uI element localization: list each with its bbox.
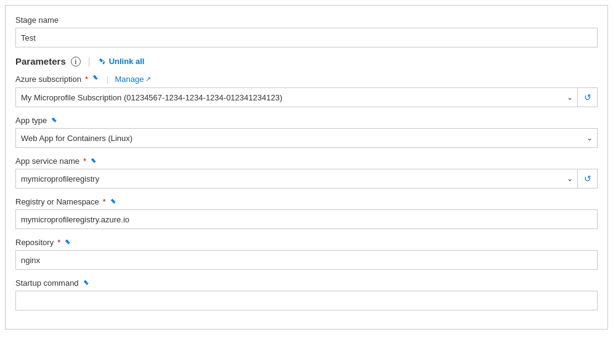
repository-label: Repository *	[15, 238, 598, 247]
registry-link-icon[interactable]	[110, 198, 118, 206]
chain-link-icon	[92, 74, 100, 83]
repository-input[interactable]	[15, 250, 598, 270]
startup-chain-icon	[83, 279, 91, 288]
startup-command-label: Startup command	[15, 278, 598, 288]
startup-command-link-icon[interactable]	[83, 279, 91, 288]
app-service-refresh-button[interactable]: ↺	[578, 169, 598, 188]
unlink-all-button[interactable]: Unlink all	[98, 57, 145, 66]
app-type-link-icon[interactable]	[51, 116, 59, 125]
repository-chain-icon	[64, 238, 73, 247]
stage-name-input[interactable]	[15, 28, 598, 47]
parameters-title: Parameters	[15, 56, 66, 67]
app-service-link-icon[interactable]	[90, 157, 99, 166]
repository-required: *	[57, 238, 60, 247]
external-link-icon: ↗	[145, 75, 151, 83]
unlink-all-label: Unlink all	[109, 57, 145, 66]
unlink-icon	[98, 57, 107, 66]
manage-label: Manage	[115, 75, 144, 84]
subscription-separator: |	[107, 75, 108, 84]
azure-subscription-required: *	[85, 75, 88, 84]
app-service-chain-icon	[90, 157, 99, 166]
repository-link-icon[interactable]	[64, 238, 73, 247]
app-service-name-select[interactable]: mymicroprofileregistry	[15, 169, 578, 188]
parameters-info-icon[interactable]: i	[71, 57, 81, 67]
azure-subscription-select[interactable]: My Microprofile Subscription (01234567-1…	[15, 87, 578, 107]
registry-namespace-label: Registry or Namespace *	[15, 197, 598, 206]
stage-name-label: Stage name	[15, 15, 598, 25]
app-type-chain-icon	[51, 116, 59, 125]
registry-namespace-required: *	[103, 197, 106, 206]
separator: |	[88, 56, 91, 67]
azure-subscription-label: Azure subscription *	[15, 75, 88, 84]
app-service-name-required: *	[83, 156, 86, 166]
app-service-name-label: App service name *	[15, 156, 598, 166]
azure-subscription-refresh-button[interactable]: ↺	[578, 87, 598, 107]
registry-namespace-input[interactable]	[15, 209, 598, 229]
manage-link[interactable]: Manage ↗	[115, 75, 151, 84]
app-type-label: App type	[15, 116, 598, 125]
azure-subscription-link-icon[interactable]	[92, 74, 100, 84]
startup-command-input[interactable]	[15, 291, 598, 310]
app-type-select[interactable]: Web App for Containers (Linux)	[15, 128, 598, 148]
registry-chain-icon	[110, 198, 118, 206]
